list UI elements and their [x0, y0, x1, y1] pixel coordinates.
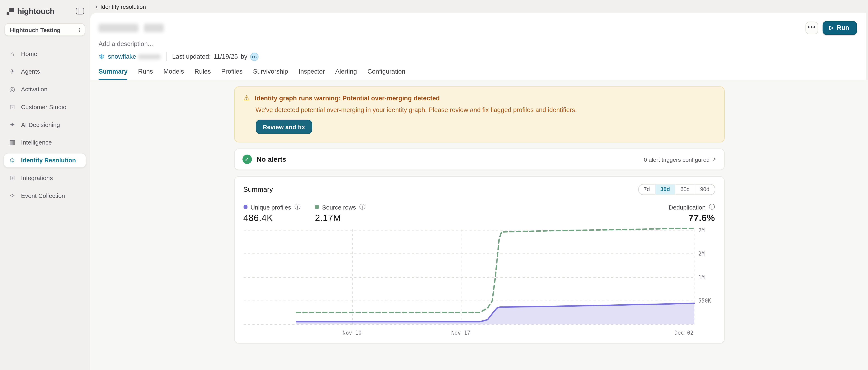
sidebar-item-event-collection[interactable]: ✧Event Collection: [3, 188, 86, 203]
header-card: ••• ▷ Run Add a description... ❄ snowfla…: [90, 13, 866, 80]
warning-title: Identity graph runs warning: Potential o…: [255, 94, 440, 102]
hightouch-logo-text: hightouch: [17, 7, 55, 16]
tab-profiles[interactable]: Profiles: [221, 68, 243, 80]
event-collection-icon: ✧: [8, 192, 16, 200]
info-icon[interactable]: ⓘ: [709, 203, 715, 211]
x-tick-label: Nov 10: [342, 330, 362, 336]
by-label: by: [241, 53, 247, 60]
metric-label: Source rows: [322, 204, 356, 210]
tab-models[interactable]: Models: [163, 68, 184, 80]
x-axis-labels: Nov 10Nov 17Dec 02: [243, 330, 694, 338]
tab-survivorship[interactable]: Survivorship: [253, 68, 288, 80]
legend-swatch: [243, 205, 247, 209]
last-updated-date: 11/19/25: [214, 53, 238, 60]
tab-alerting[interactable]: Alerting: [335, 68, 357, 80]
intelligence-icon: ▥: [8, 139, 16, 146]
agents-icon: ✈: [8, 68, 16, 76]
metric-label: Unique profiles: [251, 204, 291, 210]
activation-icon: ◎: [8, 85, 16, 93]
range-button-7d[interactable]: 7d: [639, 184, 655, 195]
snowflake-icon: ❄: [98, 52, 104, 61]
customer-studio-icon: ⊡: [8, 103, 16, 111]
workspace-name: Hightouch Testing: [10, 26, 61, 33]
external-link-icon: ↗: [712, 156, 716, 162]
play-icon: ▷: [829, 25, 834, 30]
sidebar-item-activation[interactable]: ◎Activation: [3, 82, 86, 97]
info-icon[interactable]: ⓘ: [359, 203, 365, 211]
chevron-left-icon: ‹: [95, 4, 98, 9]
metric-value: 486.4K: [243, 213, 301, 223]
info-icon[interactable]: ⓘ: [294, 203, 301, 211]
range-button-30d[interactable]: 30d: [655, 184, 675, 195]
warning-triangle-icon: ⚠: [243, 94, 250, 102]
sidebar-nav: ⌂Home✈Agents◎Activation⊡Customer Studio✦…: [0, 45, 90, 205]
sidebar-item-customer-studio[interactable]: ⊡Customer Studio: [3, 99, 86, 114]
summary-chart: 2M2M1M550K Nov 10Nov 17Dec 02: [243, 228, 715, 338]
avatar[interactable]: LC: [250, 52, 258, 61]
sidebar-item-label: Agents: [21, 68, 40, 75]
warning-banner: ⚠ Identity graph runs warning: Potential…: [234, 86, 724, 142]
sidebar-collapse-icon[interactable]: [76, 8, 84, 15]
run-button-label: Run: [837, 24, 849, 31]
tab-runs[interactable]: Runs: [138, 68, 153, 80]
range-button-90d[interactable]: 90d: [695, 184, 714, 195]
dedup-label: Deduplication: [669, 204, 706, 210]
sidebar-item-label: Home: [21, 51, 37, 57]
hightouch-logo-icon: [7, 7, 14, 15]
y-tick-label: 2M: [698, 227, 705, 233]
review-and-fix-button[interactable]: Review and fix: [255, 120, 312, 134]
alert-triggers-link[interactable]: 0 alert triggers configured ↗: [644, 156, 716, 163]
ellipsis-icon: •••: [808, 23, 816, 31]
summary-title: Summary: [243, 186, 273, 193]
integrations-icon: ⊞: [8, 174, 16, 182]
tab-inspector[interactable]: Inspector: [299, 68, 325, 80]
x-tick-label: Nov 17: [452, 330, 470, 336]
range-button-60d[interactable]: 60d: [675, 184, 695, 195]
more-options-button[interactable]: •••: [806, 22, 818, 34]
tab-rules[interactable]: Rules: [194, 68, 211, 80]
metric-unique-profiles: Unique profilesⓘ486.4K: [243, 203, 301, 223]
ai-decisioning-icon: ✦: [8, 121, 16, 129]
summary-card: Summary 7d30d60d90d Unique profilesⓘ486.…: [234, 176, 724, 344]
last-updated-label: Last updated:: [172, 53, 211, 60]
sidebar-item-ai-decisioning[interactable]: ✦AI Decisioning: [3, 117, 86, 132]
main-area: ⚠ Identity graph runs warning: Potential…: [90, 80, 868, 370]
metric-source-rows: Source rowsⓘ2.17M: [315, 203, 365, 223]
redacted-source-detail: [138, 54, 160, 59]
workspace-selector[interactable]: Hightouch Testing ▲▼: [4, 23, 85, 36]
topbar: ‹ Identity resolution: [90, 0, 868, 13]
sidebar-item-identity-resolution[interactable]: ☺Identity Resolution: [3, 153, 86, 168]
run-button[interactable]: ▷ Run: [823, 21, 857, 35]
sidebar-item-home[interactable]: ⌂Home: [3, 46, 86, 61]
home-icon: ⌂: [8, 50, 16, 58]
sidebar-item-integrations[interactable]: ⊞Integrations: [3, 170, 86, 185]
breadcrumb[interactable]: ‹ Identity resolution: [95, 3, 146, 10]
tab-configuration[interactable]: Configuration: [367, 68, 405, 80]
chevron-up-down-icon: ▲▼: [78, 27, 81, 32]
sidebar-item-label: Integrations: [21, 175, 53, 181]
description-placeholder[interactable]: Add a description...: [90, 35, 866, 47]
sidebar-item-label: Activation: [21, 86, 48, 93]
breadcrumb-label: Identity resolution: [100, 3, 146, 10]
redacted-title-2: [144, 24, 164, 32]
date-range-control: 7d30d60d90d: [638, 184, 715, 195]
alerts-title: No alerts: [256, 155, 286, 163]
sidebar-item-label: Identity Resolution: [21, 157, 76, 164]
alerts-card: ✓ No alerts 0 alert triggers configured …: [234, 148, 724, 170]
sidebar-item-intelligence[interactable]: ▥Intelligence: [3, 135, 86, 150]
sidebar-item-label: Customer Studio: [21, 104, 66, 110]
source-link[interactable]: snowflake: [108, 53, 136, 60]
metrics-row: Unique profilesⓘ486.4KSource rowsⓘ2.17M …: [243, 203, 715, 223]
summary-chart-svg: [243, 228, 694, 328]
legend-swatch: [315, 205, 319, 209]
tab-summary[interactable]: Summary: [98, 68, 127, 80]
sidebar: hightouch Hightouch Testing ▲▼ ⌂Home✈Age…: [0, 0, 90, 370]
sidebar-item-label: Event Collection: [21, 192, 65, 199]
sidebar-item-agents[interactable]: ✈Agents: [3, 64, 86, 79]
tab-bar: SummaryRunsModelsRulesProfilesSurvivorsh…: [90, 61, 866, 80]
alert-triggers-text: 0 alert triggers configured: [644, 156, 710, 163]
y-tick-label: 550K: [698, 297, 711, 304]
x-tick-label: Dec 02: [674, 330, 693, 336]
meta-row: ❄ snowflake Last updated: 11/19/25 by LC: [90, 47, 866, 61]
check-circle-icon: ✓: [242, 154, 252, 164]
